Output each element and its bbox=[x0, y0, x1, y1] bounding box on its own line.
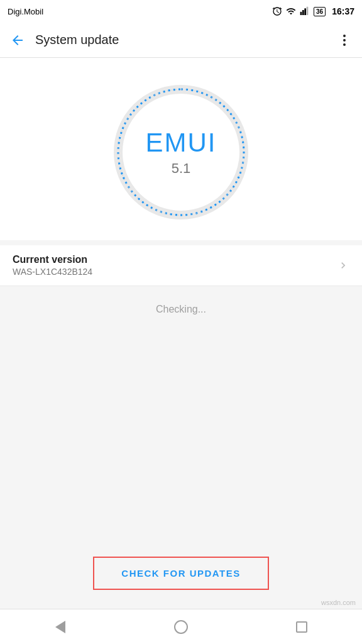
svg-rect-3 bbox=[307, 7, 309, 15]
nav-recent-button[interactable] bbox=[283, 614, 321, 640]
nav-home-button[interactable] bbox=[162, 614, 200, 640]
dot1 bbox=[343, 35, 346, 37]
page-title: System update bbox=[35, 33, 332, 47]
update-btn-section: CHECK FOR UPDATES bbox=[0, 544, 362, 609]
chevron-right-icon bbox=[337, 259, 349, 272]
version-value: WAS-LX1C432B124 bbox=[13, 267, 337, 277]
svg-rect-0 bbox=[300, 12, 302, 15]
nav-bar bbox=[0, 609, 362, 644]
version-section: Current version WAS-LX1C432B124 bbox=[0, 245, 362, 286]
carrier-text: Digi.Mobil bbox=[8, 7, 43, 16]
status-bar: Digi.Mobil 36 16:37 bbox=[0, 0, 362, 23]
version-info: Current version WAS-LX1C432B124 bbox=[13, 254, 337, 277]
wifi-icon bbox=[286, 6, 296, 16]
checking-text: Checking... bbox=[156, 304, 206, 315]
svg-rect-2 bbox=[304, 8, 306, 15]
checking-section: Checking... bbox=[0, 286, 362, 333]
svg-rect-1 bbox=[302, 10, 304, 15]
alarm-icon bbox=[272, 6, 282, 16]
dot3 bbox=[343, 43, 346, 46]
back-arrow-icon bbox=[10, 33, 25, 48]
check-updates-button[interactable]: CHECK FOR UPDATES bbox=[93, 557, 269, 590]
nav-back-button[interactable] bbox=[41, 614, 79, 640]
watermark: wsxdn.com bbox=[321, 599, 356, 606]
version-label: Current version bbox=[13, 254, 337, 265]
emui-circle: EMUI 5.1 bbox=[112, 83, 250, 221]
main-content: EMUI 5.1 Current version WAS-LX1C432B124… bbox=[0, 58, 362, 609]
emui-center: EMUI 5.1 bbox=[146, 128, 217, 177]
recent-nav-icon bbox=[296, 621, 307, 633]
more-options-button[interactable] bbox=[332, 28, 357, 53]
signal-icon bbox=[300, 6, 310, 16]
back-nav-icon bbox=[55, 621, 65, 633]
status-icons: 36 16:37 bbox=[272, 6, 354, 16]
time-display: 16:37 bbox=[332, 6, 354, 16]
version-row[interactable]: Current version WAS-LX1C432B124 bbox=[0, 245, 362, 286]
back-button[interactable] bbox=[5, 28, 30, 53]
emui-logo-text: EMUI bbox=[146, 128, 217, 158]
emui-section: EMUI 5.1 bbox=[0, 58, 362, 240]
emui-version-text: 5.1 bbox=[146, 160, 217, 177]
dot2 bbox=[343, 39, 346, 42]
battery-indicator: 36 bbox=[314, 7, 326, 16]
app-bar: System update bbox=[0, 23, 362, 58]
home-nav-icon bbox=[174, 620, 188, 634]
